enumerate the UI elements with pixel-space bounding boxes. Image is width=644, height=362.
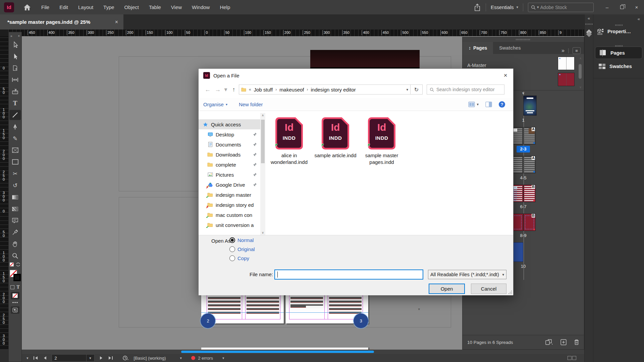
first-page-button[interactable] xyxy=(33,356,38,360)
chevron-down-icon[interactable]: ▾ xyxy=(26,356,29,360)
radio-original[interactable]: Original xyxy=(229,246,255,252)
tool-selection[interactable] xyxy=(9,40,21,50)
sidebar-item-documents[interactable]: Documents xyxy=(199,139,260,149)
sidebar-scrollbar[interactable]: ∧ ∨ xyxy=(260,113,265,235)
share-icon[interactable] xyxy=(474,3,481,11)
panel-drag-handle[interactable] xyxy=(516,39,531,40)
formatting-affects-container-button[interactable] xyxy=(10,285,14,289)
dock-drag-handle[interactable] xyxy=(585,23,593,25)
spread-10[interactable]: 10 xyxy=(516,242,530,273)
sidebar-item-indesign-master[interactable]: ✔indesign master xyxy=(199,190,260,200)
horizontal-scrollbar-track[interactable] xyxy=(22,350,584,354)
sidebar-item-desktop[interactable]: Desktop xyxy=(199,129,260,139)
preview-pane-icon[interactable] xyxy=(485,102,492,107)
tab-swatches[interactable]: Swatches xyxy=(493,42,527,54)
new-spread-icon[interactable] xyxy=(560,339,567,345)
file-name-input[interactable]: ▾ xyxy=(274,269,423,280)
spread-label[interactable]: 8-9 xyxy=(520,232,527,239)
page-number-badge-3[interactable]: 3 xyxy=(354,313,368,328)
layers-icon[interactable] xyxy=(586,30,592,36)
sidebar-item-quick-access[interactable]: Quick access xyxy=(199,119,260,129)
spread-label[interactable]: 10 xyxy=(521,263,526,270)
workspace-switcher[interactable]: Essentials ▾ xyxy=(491,4,518,10)
menu-help[interactable]: Help xyxy=(215,0,235,14)
menu-layout[interactable]: Layout xyxy=(73,0,98,14)
file-item[interactable]: IdINDD✔sample master pages.indd xyxy=(358,117,405,231)
spread-6-7[interactable]: B6-7 xyxy=(511,185,536,214)
menu-table[interactable]: Table xyxy=(144,0,166,14)
page-thumbnail[interactable] xyxy=(523,96,537,116)
master-page-label[interactable]: A-Master xyxy=(467,63,486,68)
help-button[interactable]: ? xyxy=(499,101,505,108)
panel-menu-icon[interactable]: ≡ xyxy=(573,47,581,54)
page-thumbnail[interactable]: B xyxy=(523,185,536,202)
menu-window[interactable]: Window xyxy=(187,0,215,14)
menu-view[interactable]: View xyxy=(166,0,187,14)
close-button[interactable]: × xyxy=(629,0,644,14)
preflight-profile-label[interactable]: [Basic] (working) xyxy=(134,356,166,361)
up-button[interactable]: ↑ xyxy=(229,86,239,93)
recent-locations-icon[interactable]: ▾ xyxy=(223,86,229,93)
previous-page-button[interactable] xyxy=(43,356,47,360)
edit-page-size-icon[interactable] xyxy=(545,339,553,345)
tool-rectangle[interactable] xyxy=(9,157,21,167)
page-number-badge-2[interactable]: 2 xyxy=(201,313,215,328)
home-button[interactable] xyxy=(21,4,33,11)
change-view-button[interactable]: ▾ xyxy=(468,102,479,107)
tool-zoom[interactable] xyxy=(9,251,21,261)
address-dropdown-icon[interactable]: ▾ xyxy=(406,87,408,92)
chevron-down-icon[interactable]: ▾ xyxy=(222,356,224,360)
sidebar-item-indesign-story-ed[interactable]: ✗indesign story ed xyxy=(199,200,260,210)
screen-mode-button[interactable] xyxy=(11,306,19,314)
panel-collapse-icon[interactable]: » xyxy=(561,48,565,54)
delete-spread-icon[interactable] xyxy=(574,339,579,345)
tool-hand[interactable] xyxy=(9,239,21,249)
sidebar-item-complete[interactable]: complete xyxy=(199,160,260,170)
menu-file[interactable]: File xyxy=(36,0,54,14)
collapse-panels-icon[interactable]: « xyxy=(638,16,640,21)
tab-close-icon[interactable]: × xyxy=(115,19,118,25)
dialog-close-button[interactable]: × xyxy=(498,69,513,82)
breadcrumb-indesign-story-editor[interactable]: indesign story editor xyxy=(311,87,356,93)
scrollbar-thumb[interactable] xyxy=(579,64,582,79)
scroll-down-icon[interactable]: ∨ xyxy=(578,85,583,89)
radio-copy[interactable]: Copy xyxy=(229,255,249,261)
menu-type[interactable]: Type xyxy=(98,0,119,14)
dock-drag-handle[interactable] xyxy=(615,24,623,26)
organise-menu[interactable]: Organise ▾ xyxy=(203,102,227,107)
sidebar-item-pictures[interactable]: Pictures xyxy=(199,170,260,180)
tool-free-transform[interactable]: ↺ xyxy=(9,180,21,190)
radio-normal-control[interactable] xyxy=(229,237,235,243)
spread-2-3[interactable]: A2-3 xyxy=(511,127,536,156)
collapse-panels-icon[interactable]: « xyxy=(588,16,590,21)
dialog-search-box[interactable]: Search indesign story editor xyxy=(427,84,504,95)
dialog-titlebar[interactable]: Id Open a File xyxy=(199,69,513,82)
menu-edit[interactable]: Edit xyxy=(54,0,73,14)
scroll-up-icon[interactable]: ∧ xyxy=(260,114,265,117)
tool-content-collector[interactable] xyxy=(9,86,21,97)
radio-copy-control[interactable] xyxy=(229,255,235,261)
radio-original-control[interactable] xyxy=(229,246,235,252)
new-folder-button[interactable]: New folder xyxy=(239,102,263,107)
indesign-logo-icon[interactable]: Id xyxy=(4,2,14,12)
file-type-filter[interactable]: All Readable Files (*.indd;*.indt) ▾ xyxy=(428,270,506,279)
chevron-down-icon[interactable]: ▾ xyxy=(418,307,420,311)
tool-note[interactable] xyxy=(9,216,21,226)
tool-direct-selection[interactable] xyxy=(9,51,21,61)
tool-type[interactable]: T xyxy=(9,98,21,108)
document-tab[interactable]: *sample master pages.indd @ 25% × xyxy=(0,14,123,29)
apply-none-button[interactable] xyxy=(11,292,19,299)
spread-8-9[interactable]: B8-9 xyxy=(511,214,536,242)
view-options-icon[interactable] xyxy=(12,302,18,303)
tool-eyedropper[interactable] xyxy=(9,227,21,237)
properties-panel-button[interactable]: Properti… xyxy=(597,28,631,35)
swatches-panel-button[interactable]: Swatches xyxy=(598,63,632,69)
file-item[interactable]: IdINDD✔alice in wonderland.indd xyxy=(266,117,313,231)
preflight-icon[interactable] xyxy=(122,355,129,361)
cancel-button[interactable]: Cancel xyxy=(471,284,506,294)
swap-fill-stroke[interactable] xyxy=(10,262,20,266)
scroll-down-icon[interactable]: ∨ xyxy=(260,231,265,234)
pages-panel-button[interactable]: Pages xyxy=(595,47,642,59)
breadcrumb-job-stuff[interactable]: Job stuff xyxy=(254,87,273,93)
tool-gap[interactable] xyxy=(9,75,21,85)
